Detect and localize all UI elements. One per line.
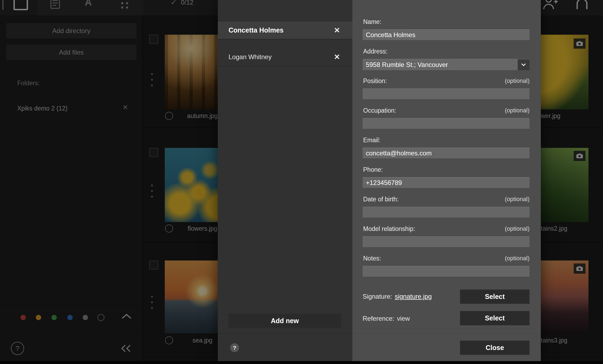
reference-view-link[interactable]: view [397,315,410,322]
dob-optional-label: (optional) [505,196,530,203]
occupation-optional-label: (optional) [505,107,530,114]
contacts-dialog: Concetta Holmes ✕ Logan Whitney ✕ Add ne… [218,0,541,361]
signature-row: Signature:signature.jpg [363,293,432,300]
name-input[interactable] [363,29,530,40]
chevron-down-icon[interactable] [518,59,530,70]
reference-label: Reference: [363,315,394,322]
person-list-item-logan[interactable]: Logan Whitney ✕ [218,48,352,66]
modal-footer-divider [352,333,541,334]
relationship-optional-label: (optional) [505,225,530,232]
email-label: Email: [363,137,380,144]
notes-input[interactable] [363,266,530,277]
notes-label: Notes: [363,255,381,262]
position-label: Position: [363,77,387,85]
dob-input[interactable] [363,207,530,217]
address-value: 5958 Rumble St.; Vancouver [363,61,518,69]
occupation-input[interactable] [363,118,530,129]
add-new-button[interactable]: Add new [229,314,341,328]
signature-select-button[interactable]: Select [460,290,530,304]
position-optional-label: (optional) [505,77,530,84]
reference-row: Reference:view [363,315,410,322]
occupation-label: Occupation: [363,107,396,114]
help-label: ? [233,345,236,351]
email-input[interactable] [363,148,530,158]
phone-input[interactable] [363,177,530,188]
address-select[interactable]: 5958 Rumble St.; Vancouver [363,59,530,70]
address-label: Address: [363,48,388,55]
remove-person-icon[interactable]: ✕ [334,53,340,61]
person-name: Concetta Holmes [229,26,283,34]
dialog-help-button[interactable]: ? [230,343,239,352]
close-button[interactable]: Close [460,341,530,355]
remove-person-icon[interactable]: ✕ [334,26,340,35]
person-list-item-concetta[interactable]: Concetta Holmes ✕ [218,22,352,40]
phone-label: Phone: [363,166,383,173]
person-name: Logan Whitney [229,53,272,61]
signature-label: Signature: [363,293,392,300]
signature-file-link[interactable]: signature.jpg [395,293,432,300]
notes-optional-label: (optional) [505,255,530,262]
relationship-input[interactable] [363,236,530,247]
modal-footer-divider [218,333,352,334]
position-input[interactable] [363,88,530,99]
name-label: Name: [363,18,381,26]
dob-label: Date of birth: [363,196,399,203]
reference-select-button[interactable]: Select [460,311,530,325]
people-list-panel: Concetta Holmes ✕ Logan Whitney ✕ Add ne… [218,0,353,361]
window-bottom-bar [0,361,603,364]
relationship-label: Model relationship: [363,225,415,233]
person-details-panel: Name: Address: 5958 Rumble St.; Vancouve… [352,0,541,361]
